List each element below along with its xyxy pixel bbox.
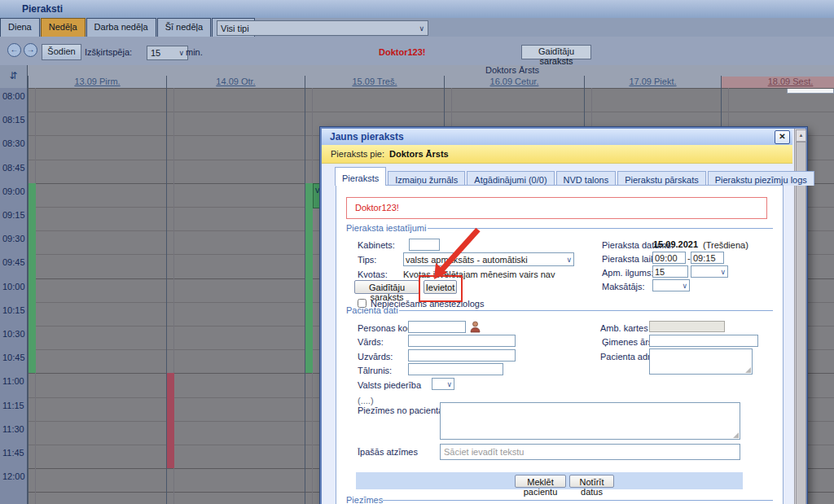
vards-input[interactable] (408, 335, 516, 347)
clear-data-button[interactable]: Notīrīt datus (569, 475, 614, 488)
payer-label: Maksātājs: (602, 282, 645, 291)
amb-input (649, 321, 725, 332)
day-header: 17.09 Piekt. (585, 77, 721, 88)
time-label: 10:15 (2, 305, 25, 315)
app-window: Pieraksti Diena Nedēļa Darba nedēļa Šī n… (0, 0, 834, 504)
dialog-tab-piezimju-logs[interactable]: Pierakstu piezīmju logs (708, 171, 814, 186)
availability-strip-free (305, 183, 313, 374)
dialog-title: Jauns pieraksts (330, 131, 404, 142)
payer-select[interactable]: ∨ (652, 279, 690, 291)
close-icon: ✕ (779, 132, 785, 141)
dialog-tabs: Pieraksts Izmaiņu žurnāls Atgādinājumi (… (335, 167, 816, 186)
collapsed-section-dots[interactable]: (....) (358, 396, 374, 405)
time-label: 09:00 (2, 186, 25, 196)
resize-handle[interactable] (733, 432, 739, 438)
kabinets-label: Kabinets: (358, 240, 395, 250)
time-label: 11:15 (2, 401, 24, 410)
day-header: 18.09 Sest. (722, 77, 834, 88)
time-label: 08:15 (2, 115, 25, 125)
day-header: 13.09 Pirm. (29, 77, 166, 88)
day-link[interactable]: 18.09 Sest. (768, 77, 814, 86)
day-link[interactable]: 14.09 Otr. (216, 77, 255, 86)
day-header: 14.09 Otr. (167, 77, 305, 88)
dialog-title-bar[interactable]: Jauns pieraksts (322, 129, 792, 146)
time-label: 11:30 (2, 424, 24, 434)
day-header: 15.09 Treš. (305, 77, 444, 88)
resize-handle[interactable] (745, 367, 751, 373)
dialog-alert-box: Doktor123! (346, 197, 767, 219)
duration-label: Apm. ilgums: (602, 268, 654, 278)
valsts-piederiba-select[interactable]: ∨ (432, 378, 454, 390)
scroll-up-icon: ▲ (799, 133, 804, 138)
sync-corner-cell[interactable]: ⇵ (0, 65, 28, 89)
banner-label: Pieraksts pie: (331, 149, 384, 159)
chevron-down-icon: ∨ (446, 380, 452, 388)
time-label: 10:00 (2, 282, 25, 291)
dialog-tab-izmainu-zurnals[interactable]: Izmaiņu žurnāls (388, 171, 465, 186)
time-label: 11:00 (2, 376, 24, 386)
new-appointment-dialog: Jauns pieraksts ✕ ▲ Pieraksts pie: Dokto… (320, 127, 807, 504)
address-textarea[interactable] (649, 348, 753, 375)
time-label: 08:00 (2, 91, 25, 101)
time-label: 08:45 (2, 163, 25, 173)
resource-name: Doktors Ārsts (28, 65, 834, 75)
day-link[interactable]: 15.09 Treš. (352, 77, 397, 86)
duration-input[interactable] (652, 265, 688, 278)
day-link[interactable]: 17.09 Piekt. (629, 77, 676, 86)
dialog-tab-pieraksts[interactable]: Pieraksts (335, 167, 386, 186)
day-link[interactable]: 13.09 Pirm. (74, 77, 120, 86)
day-header: 16.09 Cetur. (445, 77, 584, 88)
search-patient-button[interactable]: Meklēt pacientu (515, 475, 566, 488)
availability-strip-busy (167, 373, 174, 468)
time-from-input[interactable] (652, 252, 686, 264)
day-link[interactable]: 16.09 Cetur. (490, 77, 539, 86)
scrollbar-thumb[interactable] (796, 142, 806, 504)
family-doctor-input[interactable] (649, 335, 758, 347)
card-notes-textarea[interactable] (440, 402, 740, 440)
dialog-tab-pierakstu-parskats[interactable]: Pierakstu pārskats (617, 171, 705, 186)
uzvards-input[interactable] (408, 349, 516, 362)
notes-legend: Piezīmes (346, 495, 383, 504)
special-placeholder: Sāciet ievadīt tekstu (444, 447, 524, 457)
uzvards-label: Uzvārds: (358, 352, 393, 362)
tips-label: Tips: (358, 255, 376, 265)
talrunis-label: Tālrunis: (358, 366, 392, 375)
time-label: 11:45 (2, 448, 24, 458)
time-label: 12:00 (2, 471, 25, 481)
resource-header-row: Doktors Ārsts (0, 65, 834, 77)
valsts-piederiba-label: Valsts piederība (358, 380, 421, 390)
chevron-down-icon: ∨ (720, 268, 726, 276)
time-label: 10:45 (2, 353, 25, 362)
dialog-close-button[interactable]: ✕ (775, 130, 790, 144)
special-label: Īpašās atzīmes (358, 447, 418, 457)
scrollbar-up-button[interactable]: ▲ (796, 129, 806, 142)
chevron-down-icon: ∨ (682, 282, 687, 290)
time-label: 09:15 (2, 210, 25, 220)
date-weekday: (Trešdiena) (703, 240, 748, 250)
talrunis-input[interactable] (408, 363, 503, 375)
time-label: 09:30 (2, 234, 25, 243)
time-label: 08:30 (2, 138, 25, 148)
personas-kods-input[interactable] (408, 321, 466, 333)
availability-strip-free (29, 183, 36, 374)
duration-unit-select[interactable]: ∨ (691, 265, 728, 278)
banner-doctor-name: Doktors Ārsts (389, 149, 449, 159)
dialog-banner: Pieraksts pie: Doktors Ārsts (322, 145, 792, 164)
vards-label: Vārds: (358, 337, 384, 347)
time-gutter (0, 88, 28, 504)
chevron-down-icon: ∨ (566, 256, 572, 264)
annotation-arrow (403, 218, 501, 300)
time-label: 09:45 (2, 257, 25, 267)
time-to-input[interactable] (691, 252, 724, 264)
kvotas-label: Kvotas: (358, 270, 388, 279)
swap-icon: ⇵ (9, 70, 17, 81)
date-value: 15.09.2021 (653, 239, 698, 249)
special-input[interactable]: Sāciet ievadīt tekstu (440, 444, 740, 460)
person-icon[interactable] (470, 321, 481, 333)
dialog-tab-nvd-talons[interactable]: NVD talons (556, 171, 617, 186)
patient-legend: Pacienta dati (346, 305, 398, 315)
notes-rule (383, 500, 773, 501)
dialog-alert-text: Doktor123! (355, 203, 399, 213)
dialog-tab-atgadinajumi[interactable]: Atgādinājumi (0/0) (467, 171, 554, 186)
time-label: 10:30 (2, 329, 25, 339)
